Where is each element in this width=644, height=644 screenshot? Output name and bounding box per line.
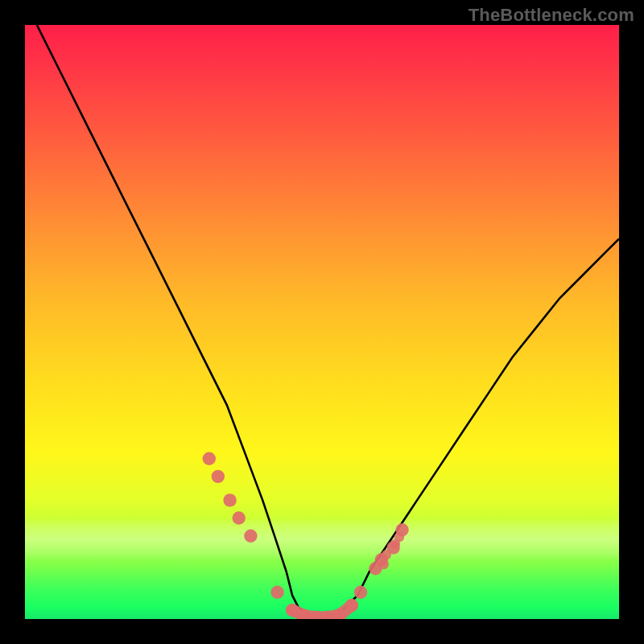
plot-area (25, 25, 619, 619)
measured-bottom-cluster (292, 605, 352, 617)
measured-point (203, 452, 216, 465)
measured-point (382, 550, 391, 559)
measured-point (395, 523, 408, 536)
measured-point (212, 470, 225, 483)
measured-point (375, 553, 388, 566)
measured-point (286, 604, 299, 617)
measured-point (345, 599, 358, 612)
bottleneck-curve (25, 25, 619, 619)
measured-point (233, 511, 246, 524)
measured-point (386, 541, 399, 554)
measured-point (309, 611, 322, 619)
measured-points-layer (25, 25, 619, 619)
measured-point (321, 611, 334, 619)
measured-point (333, 609, 346, 619)
watermark-text: TheBottleneck.com (469, 5, 634, 26)
measured-point (390, 539, 400, 549)
measured-point (270, 586, 283, 599)
measured-point (244, 530, 257, 543)
measured-point (379, 559, 389, 569)
measured-point (369, 562, 382, 575)
measured-point (223, 493, 236, 506)
ideal-zone-band (25, 518, 619, 561)
measured-point (394, 532, 404, 542)
chart-frame: TheBottleneck.com (0, 0, 644, 644)
measured-point (298, 609, 311, 619)
measured-point (354, 586, 367, 599)
